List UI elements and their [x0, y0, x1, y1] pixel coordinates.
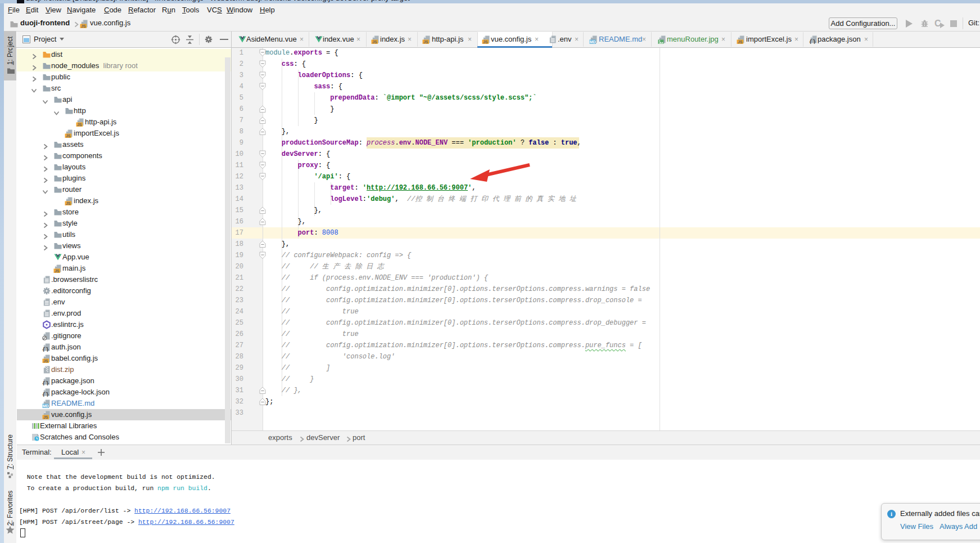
svg-text:{}: {}: [42, 380, 49, 385]
svg-text:JS: JS: [738, 40, 743, 44]
svg-text:{}: {}: [42, 347, 49, 352]
svg-text:JS: JS: [55, 269, 60, 273]
svg-text:{}: {}: [809, 39, 816, 44]
svg-text:JS: JS: [372, 40, 377, 44]
svg-text:JS: JS: [43, 415, 48, 419]
svg-text:JS: JS: [43, 359, 48, 363]
svg-text:JS: JS: [77, 123, 82, 127]
svg-text:MD: MD: [590, 40, 596, 44]
svg-text:JS: JS: [483, 40, 488, 44]
svg-text:MD: MD: [43, 404, 49, 408]
svg-text:JS: JS: [66, 134, 71, 138]
svg-text:{}: {}: [42, 392, 49, 397]
svg-text:JS: JS: [66, 201, 71, 205]
svg-text:JS: JS: [81, 24, 86, 28]
svg-text:JS: JS: [423, 40, 428, 44]
